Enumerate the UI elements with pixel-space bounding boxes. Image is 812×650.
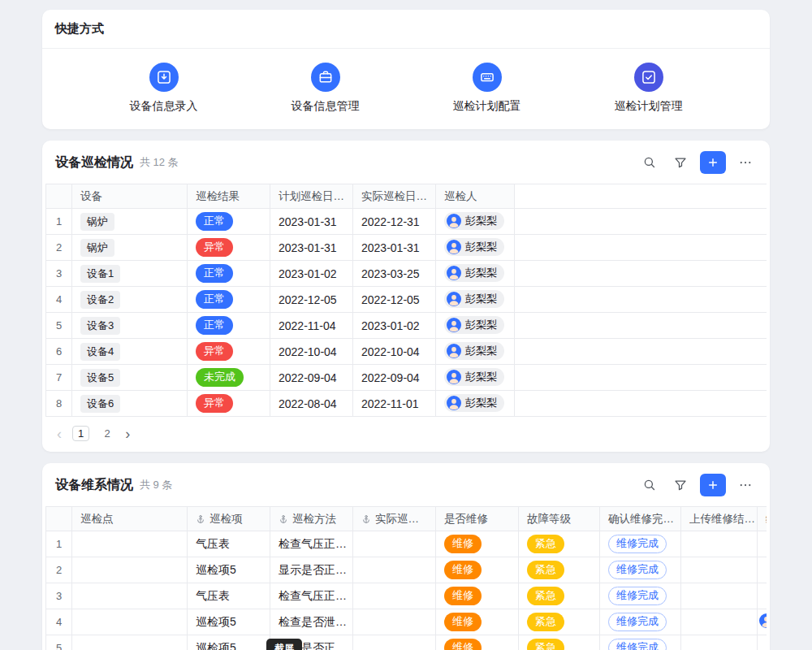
inspector-cell[interactable]: 彭梨梨: [436, 235, 515, 261]
inspection-row[interactable]: 4 设备2 正常 2022-12-05 2022-12-05 彭梨梨: [46, 287, 767, 313]
extra-cell[interactable]: [758, 583, 767, 609]
actual-date-cell[interactable]: 2023-01-02: [353, 313, 436, 339]
page-number-1[interactable]: 1: [72, 426, 89, 441]
device-cell[interactable]: 锅炉: [72, 235, 188, 261]
inspection-row[interactable]: 1 锅炉 正常 2023-01-31 2022-12-31 彭梨梨: [46, 209, 767, 235]
shortcut-plan-manage[interactable]: 巡检计划管理: [568, 63, 729, 114]
col-device[interactable]: 设备: [72, 184, 188, 209]
planned-date-cell[interactable]: 2023-01-31: [270, 209, 353, 235]
col-point[interactable]: 巡检点: [72, 507, 188, 531]
inspector-cell[interactable]: 彭梨梨: [436, 209, 515, 235]
level-cell[interactable]: 紧急: [519, 557, 600, 583]
add-record-button[interactable]: [700, 474, 726, 496]
actual-date-cell[interactable]: 2023-01-31: [353, 235, 436, 261]
extra-cell[interactable]: [758, 557, 767, 583]
planned-date-cell[interactable]: 2022-12-05: [270, 287, 353, 313]
level-cell[interactable]: 紧急: [519, 531, 600, 557]
actual-date-cell[interactable]: 2022-09-04: [353, 365, 436, 391]
level-cell[interactable]: 紧急: [519, 635, 600, 650]
actual-date-cell[interactable]: 2022-10-04: [353, 339, 436, 365]
inspection-row[interactable]: 3 设备1 正常 2023-01-02 2023-03-25 彭梨梨: [46, 261, 767, 287]
actual-date-cell[interactable]: 2022-11-01: [353, 391, 436, 417]
search-button[interactable]: [638, 151, 661, 174]
col-level[interactable]: 故障等级: [519, 507, 600, 531]
actual-date-cell[interactable]: 2023-03-25: [353, 261, 436, 287]
point-cell[interactable]: [72, 635, 188, 650]
result-cell[interactable]: 正常: [188, 287, 270, 313]
item-cell[interactable]: 气压表: [188, 583, 270, 609]
actual-cell[interactable]: [353, 531, 436, 557]
method-cell[interactable]: 检查气压正…: [270, 583, 353, 609]
level-cell[interactable]: 紧急: [519, 583, 600, 609]
item-cell[interactable]: 巡检项5: [188, 635, 270, 650]
repair-cell[interactable]: 维修: [436, 635, 519, 650]
inspection-row[interactable]: 7 设备5 未完成 2022-09-04 2022-09-04 彭梨梨: [46, 365, 767, 391]
inspection-row[interactable]: 8 设备6 异常 2022-08-04 2022-11-01 彭梨梨: [46, 391, 767, 417]
actual-cell[interactable]: [353, 635, 436, 650]
extra-cell[interactable]: [758, 635, 767, 650]
col-extra[interactable]: 维…: [758, 507, 767, 531]
method-cell[interactable]: 检查是否泄…: [270, 609, 353, 635]
point-cell[interactable]: [72, 531, 188, 557]
next-page-button[interactable]: ›: [125, 427, 130, 441]
col-result[interactable]: 巡检结果: [188, 184, 270, 209]
point-cell[interactable]: [72, 557, 188, 583]
result-cell[interactable]: 正常: [188, 261, 270, 287]
device-cell[interactable]: 锅炉: [72, 209, 188, 235]
planned-date-cell[interactable]: 2023-01-31: [270, 235, 353, 261]
col-item[interactable]: 巡检项: [188, 507, 270, 531]
result-cell[interactable]: 异常: [188, 235, 270, 261]
repair-cell[interactable]: 维修: [436, 557, 519, 583]
upload-cell[interactable]: [681, 557, 758, 583]
device-cell[interactable]: 设备5: [72, 365, 188, 391]
add-record-button[interactable]: [700, 151, 726, 174]
planned-date-cell[interactable]: 2022-08-04: [270, 391, 353, 417]
planned-date-cell[interactable]: 2023-01-02: [270, 261, 353, 287]
repair-cell[interactable]: 维修: [436, 583, 519, 609]
result-cell[interactable]: 未完成: [188, 365, 270, 391]
maintenance-row[interactable]: 3 气压表 检查气压正… 维修 紧急 维修完成: [46, 583, 767, 609]
col-actual-date[interactable]: 实际巡检日…: [353, 184, 436, 209]
device-cell[interactable]: 设备3: [72, 313, 188, 339]
inspection-row[interactable]: 6 设备4 异常 2022-10-04 2022-10-04 彭梨梨: [46, 339, 767, 365]
shortcut-plan-config[interactable]: 巡检计划配置: [406, 63, 568, 114]
maintenance-row[interactable]: 2 巡检项5 显示是否正… 维修 紧急 维修完成: [46, 557, 767, 583]
actual-cell[interactable]: [353, 583, 436, 609]
prev-page-button[interactable]: ‹: [57, 427, 62, 441]
inspector-cell[interactable]: 彭梨梨: [436, 287, 515, 313]
col-confirm[interactable]: 确认维修完…: [600, 507, 681, 531]
inspection-row[interactable]: 2 锅炉 异常 2023-01-31 2023-01-31 彭梨梨: [46, 235, 767, 261]
shortcut-device-manage[interactable]: 设备信息管理: [244, 63, 406, 114]
result-cell[interactable]: 正常: [188, 209, 270, 235]
extra-cell[interactable]: [758, 531, 767, 557]
col-repair[interactable]: 是否维修: [436, 507, 519, 531]
result-cell[interactable]: 异常: [188, 391, 270, 417]
maintenance-row[interactable]: 5 巡检项5 显示是否正… 维修 紧急 维修完成: [46, 635, 767, 650]
item-cell[interactable]: 巡检项5: [188, 557, 270, 583]
inspector-cell[interactable]: 彭梨梨: [436, 313, 515, 339]
actual-cell[interactable]: [353, 609, 436, 635]
maintenance-row[interactable]: 1 气压表 检查气压正… 维修 紧急 维修完成: [46, 531, 767, 557]
planned-date-cell[interactable]: 2022-10-04: [270, 339, 353, 365]
device-cell[interactable]: 设备6: [72, 391, 188, 417]
more-button[interactable]: [734, 151, 757, 174]
planned-date-cell[interactable]: 2022-11-04: [270, 313, 353, 339]
upload-cell[interactable]: [681, 635, 758, 650]
upload-cell[interactable]: [681, 609, 758, 635]
confirm-cell[interactable]: 维修完成: [600, 557, 681, 583]
result-cell[interactable]: 异常: [188, 339, 270, 365]
col-actual[interactable]: 实际巡…: [353, 507, 436, 531]
extra-cell[interactable]: [758, 609, 767, 635]
method-cell[interactable]: 检查气压正…: [270, 531, 353, 557]
actual-cell[interactable]: [353, 557, 436, 583]
inspector-cell[interactable]: 彭梨梨: [436, 391, 515, 417]
actual-date-cell[interactable]: 2022-12-31: [353, 209, 436, 235]
col-inspector[interactable]: 巡检人: [436, 184, 515, 209]
col-planned-date[interactable]: 计划巡检日…: [270, 184, 353, 209]
level-cell[interactable]: 紧急: [519, 609, 600, 635]
inspection-row[interactable]: 5 设备3 正常 2022-11-04 2023-01-02 彭梨梨: [46, 313, 767, 339]
inspector-cell[interactable]: 彭梨梨: [436, 261, 515, 287]
confirm-cell[interactable]: 维修完成: [600, 609, 681, 635]
planned-date-cell[interactable]: 2022-09-04: [270, 365, 353, 391]
result-cell[interactable]: 正常: [188, 313, 270, 339]
